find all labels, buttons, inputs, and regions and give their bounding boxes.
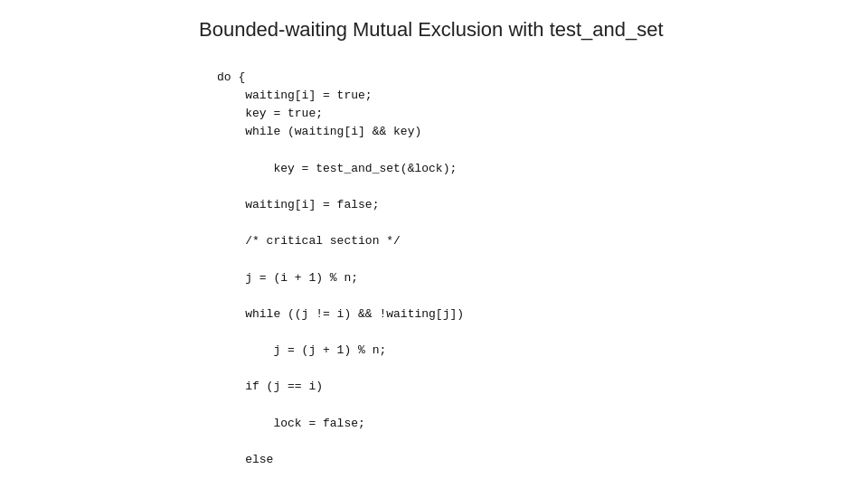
code-block: do { waiting[i] = true; key = true; whil… bbox=[217, 69, 841, 488]
page-title: Bounded-waiting Mutual Exclusion with te… bbox=[199, 18, 841, 42]
page-container: Bounded-waiting Mutual Exclusion with te… bbox=[0, 0, 868, 488]
